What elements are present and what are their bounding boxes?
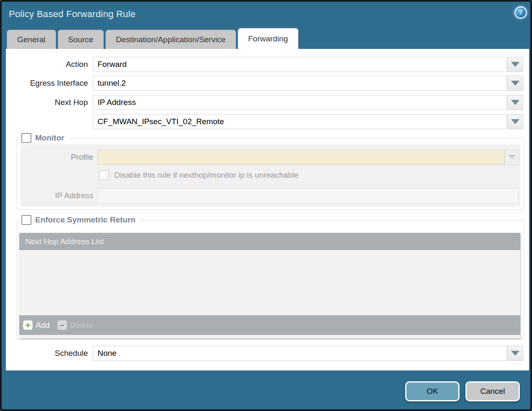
tab-destination-application-service[interactable]: Destination/Application/Service [105,30,236,49]
monitor-section: Monitor Profile Disable this rule if nex… [17,138,524,210]
next-hop-address-list-header: Next Hop Address List [19,233,520,250]
schedule-dropdown-button[interactable] [507,346,523,361]
enforce-symmetric-return-legend: Enforce Symmetric Return [21,215,140,225]
profile-dropdown-button [505,150,519,165]
enforce-symmetric-return-legend-label: Enforce Symmetric Return [35,215,136,225]
next-hop-address-dropdown-button[interactable] [507,114,523,129]
disable-rule-checkbox [99,170,109,180]
chevron-down-icon [511,119,519,124]
dialog-footer: OK Cancel [2,370,530,409]
schedule-label: Schedule [6,346,88,361]
next-hop-address-table: Next Hop Address List + Add − Delete [19,233,520,338]
schedule-select[interactable]: None [93,346,507,361]
action-select[interactable]: Forward [93,57,507,72]
chevron-down-icon [508,155,516,160]
egress-interface-dropdown-button[interactable] [507,76,523,91]
minus-icon: − [57,320,67,330]
table-bottom-strip [19,335,520,338]
disable-rule-row: Disable this rule if nexthop/monitor ip … [99,170,298,181]
monitor-legend: Monitor [21,133,69,143]
next-hop-address-list-body [19,250,520,315]
pbf-rule-dialog: Policy Based Forwarding Rule ? General S… [0,0,532,411]
tab-bar: General Source Destination/Application/S… [7,28,298,49]
chevron-down-icon [511,81,519,86]
help-icon[interactable]: ? [514,6,527,19]
disable-rule-label: Disable this rule if nexthop/monitor ip … [114,170,298,181]
tab-general[interactable]: General [7,30,56,49]
tab-forwarding[interactable]: Forwarding [238,28,298,49]
monitor-legend-label: Monitor [35,133,64,143]
next-hop-address-select[interactable]: CF_MWAN_IPsec_VTI_02_Remote [93,114,507,129]
enforce-symmetric-return-section: Enforce Symmetric Return Next Hop Addres… [17,220,524,340]
add-button[interactable]: + Add [23,320,50,330]
chevron-down-icon [511,62,519,67]
add-button-label: Add [36,321,50,330]
delete-button-label: Delete [70,321,93,330]
delete-button: − Delete [57,320,93,330]
next-hop-label: Next Hop [6,95,88,110]
profile-label: Profile [17,150,93,165]
ip-address-label: IP Address [17,188,93,203]
profile-select [98,150,505,165]
tab-source[interactable]: Source [58,30,104,49]
next-hop-type-dropdown-button[interactable] [507,95,523,110]
next-hop-type-select[interactable]: IP Address [93,95,507,110]
forwarding-tab-panel: Action Forward Egress Interface tunnel.2… [6,49,529,370]
ip-address-input [98,188,519,203]
title-bar: Policy Based Forwarding Rule ? [2,2,530,28]
cancel-button[interactable]: Cancel [465,381,520,401]
enforce-symmetric-return-checkbox[interactable] [21,215,31,225]
dialog-title: Policy Based Forwarding Rule [9,9,136,20]
ok-button[interactable]: OK [405,381,460,401]
action-dropdown-button[interactable] [507,57,523,72]
egress-interface-label: Egress Interface [6,76,88,91]
plus-icon: + [23,320,33,330]
next-hop-address-list-toolbar: + Add − Delete [19,315,520,335]
chevron-down-icon [511,351,519,356]
egress-interface-select[interactable]: tunnel.2 [93,76,507,91]
action-label: Action [6,57,88,72]
monitor-checkbox[interactable] [21,133,31,143]
chevron-down-icon [511,100,519,105]
